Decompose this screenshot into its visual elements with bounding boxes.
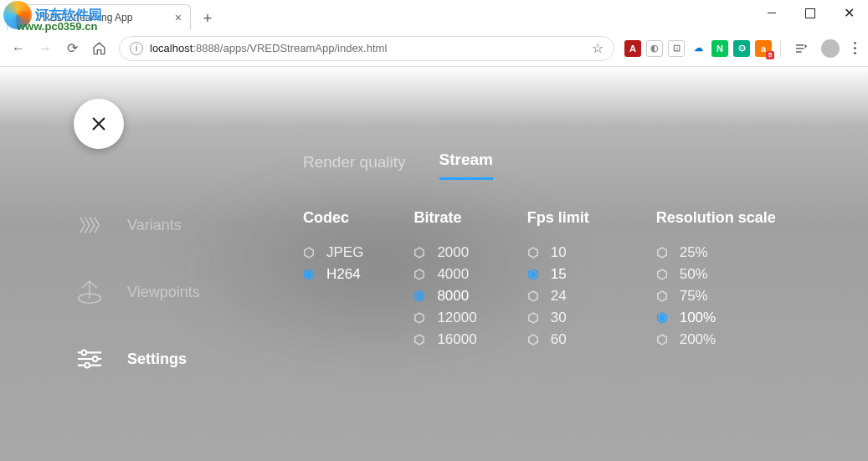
extension-adobe-icon[interactable]: A	[624, 40, 641, 57]
viewpoints-icon	[74, 276, 105, 308]
site-info-icon[interactable]: i	[130, 42, 143, 55]
codec-column: Codec JPEGH264	[303, 209, 363, 351]
resolution-option-label: 75%	[680, 288, 708, 305]
svg-point-3	[85, 363, 90, 368]
fps-option[interactable]: 30	[527, 307, 589, 329]
browser-tabstrip: VRED Streaming App × +	[0, 0, 219, 30]
close-overlay-button[interactable]	[74, 99, 124, 149]
resolution-column: Resolution scale 25%50%75%100%200%	[656, 209, 776, 351]
hexagon-radio-icon	[527, 269, 539, 280]
sidebar-item-label: Variants	[127, 217, 182, 234]
codec-option[interactable]: JPEG	[303, 242, 363, 264]
bookmark-star-icon[interactable]: ☆	[592, 40, 603, 56]
extensions: A ◐ ⊡ ☁ N ⊙ a	[624, 40, 772, 57]
bitrate-option[interactable]: 16000	[413, 329, 476, 351]
separator	[780, 40, 781, 57]
hexagon-radio-icon	[656, 312, 668, 324]
new-tab-button[interactable]: +	[196, 7, 219, 30]
sidebar-item-viewpoints[interactable]: Viewpoints	[74, 276, 200, 308]
codec-option[interactable]: H264	[303, 264, 363, 285]
browser-toolbar: ← → ⟳ i localhost:8888/apps/VREDStreamAp…	[0, 30, 868, 67]
hexagon-radio-icon	[413, 247, 425, 259]
sidebar: Variants Viewpoints Settings	[74, 209, 200, 375]
resolution-option[interactable]: 25%	[656, 242, 776, 264]
hexagon-radio-icon	[656, 269, 668, 280]
hexagon-radio-icon	[656, 334, 668, 346]
fps-option-label: 60	[551, 331, 567, 348]
window-maximize-button[interactable]	[791, 0, 829, 26]
codec-option-label: H264	[326, 266, 361, 283]
stream-settings-columns: Codec JPEGH264 Bitrate 20004000800012000…	[303, 209, 776, 351]
codec-heading: Codec	[303, 209, 363, 227]
media-control-icon[interactable]	[788, 35, 814, 62]
hexagon-radio-icon	[413, 269, 425, 280]
bitrate-option[interactable]: 12000	[413, 307, 476, 329]
fps-option[interactable]: 10	[527, 242, 589, 264]
bitrate-option-label: 12000	[437, 310, 476, 326]
window-minimize-button[interactable]	[752, 0, 791, 26]
bitrate-option[interactable]: 4000	[413, 264, 476, 285]
resolution-option-label: 100%	[680, 310, 716, 326]
app-content: Variants Viewpoints Settings Render qual…	[0, 67, 868, 461]
hexagon-radio-icon	[527, 290, 539, 302]
sidebar-item-settings[interactable]: Settings	[74, 343, 200, 375]
tab-render-quality[interactable]: Render quality	[303, 153, 406, 180]
sidebar-item-label: Viewpoints	[127, 284, 200, 301]
svg-point-1	[82, 351, 87, 356]
bitrate-heading: Bitrate	[413, 209, 476, 227]
resolution-option[interactable]: 200%	[656, 329, 776, 351]
forward-button[interactable]: →	[32, 35, 59, 62]
extension-dotted-icon[interactable]: ⊡	[668, 40, 685, 57]
extension-tripadvisor-icon[interactable]: ⊙	[733, 40, 750, 57]
hexagon-radio-icon	[527, 247, 539, 259]
hexagon-radio-icon	[303, 247, 315, 259]
fps-heading: Fps limit	[527, 209, 589, 227]
tab-favicon-icon	[16, 11, 29, 24]
codec-option-label: JPEG	[326, 244, 363, 261]
fps-option[interactable]: 15	[527, 264, 589, 285]
tab-stream[interactable]: Stream	[439, 151, 493, 180]
profile-avatar[interactable]	[821, 39, 840, 58]
tab-close-button[interactable]: ×	[175, 11, 182, 24]
resolution-heading: Resolution scale	[656, 209, 776, 227]
extension-naver-icon[interactable]: N	[711, 40, 728, 57]
fps-option[interactable]: 60	[527, 329, 589, 351]
browser-tab[interactable]: VRED Streaming App ×	[7, 4, 191, 30]
bitrate-option-label: 16000	[437, 331, 476, 348]
fps-option-label: 10	[551, 244, 567, 261]
bitrate-column: Bitrate 2000400080001200016000	[413, 209, 476, 351]
reload-button[interactable]: ⟳	[59, 35, 85, 62]
hexagon-radio-icon	[656, 247, 668, 259]
hexagon-radio-icon	[527, 334, 539, 346]
bitrate-option[interactable]: 8000	[413, 285, 476, 307]
resolution-option[interactable]: 50%	[656, 264, 776, 285]
hexagon-radio-icon	[413, 312, 425, 324]
fps-column: Fps limit 1015243060	[527, 209, 589, 351]
home-button[interactable]	[85, 35, 112, 62]
resolution-option[interactable]: 100%	[656, 307, 776, 329]
tab-title: VRED Streaming App	[36, 12, 175, 23]
resolution-option[interactable]: 75%	[656, 285, 776, 307]
svg-point-2	[93, 356, 98, 361]
hexagon-radio-icon	[303, 269, 315, 280]
hexagon-radio-icon	[413, 290, 425, 302]
settings-icon	[74, 343, 105, 375]
resolution-option-label: 25%	[680, 244, 708, 261]
address-bar[interactable]: i localhost:8888/apps/VREDStreamApp/inde…	[119, 36, 614, 61]
sidebar-item-variants[interactable]: Variants	[74, 209, 200, 241]
extension-avast-icon[interactable]: a	[755, 40, 772, 57]
window-close-button[interactable]: ✕	[829, 0, 868, 26]
fps-option[interactable]: 24	[527, 285, 589, 307]
chrome-menu-button[interactable]	[846, 42, 863, 54]
hexagon-radio-icon	[413, 334, 425, 346]
hexagon-radio-icon	[527, 312, 539, 324]
hexagon-radio-icon	[656, 290, 668, 302]
resolution-option-label: 50%	[680, 266, 708, 283]
bitrate-option[interactable]: 2000	[413, 242, 476, 264]
extension-grey-icon[interactable]: ◐	[646, 40, 663, 57]
back-button[interactable]: ←	[5, 35, 32, 62]
resolution-option-label: 200%	[680, 331, 716, 348]
url-text: localhost:8888/apps/VREDStreamApp/index.…	[150, 42, 387, 54]
extension-cloud-icon[interactable]: ☁	[690, 40, 706, 57]
settings-tabs: Render quality Stream	[303, 151, 493, 180]
